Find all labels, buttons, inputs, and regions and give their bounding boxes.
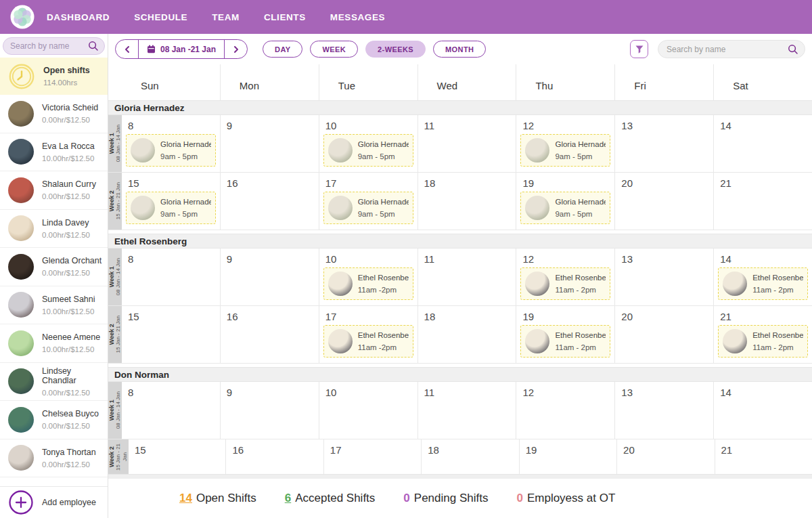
shift-time: 11am - 2pm — [555, 343, 606, 351]
next-period-button[interactable] — [225, 40, 247, 58]
nav-item-messages[interactable]: MESSAGES — [330, 12, 385, 22]
shift-card[interactable]: Ethel Rosenberg11am -2pm — [323, 325, 413, 358]
employee-texts: Victoria Scheid0.00hr/$12.50 — [42, 103, 98, 124]
shift-texts: Ethel Rosenberg11am - 2pm — [752, 331, 803, 351]
calendar-day-cell[interactable]: 17Gloria Hernadez9am - 5pm — [319, 173, 418, 230]
sidebar: Open shifts 114.00hrs Victoria Scheid0.0… — [0, 34, 108, 518]
shift-texts: Gloria Hernadez9am - 5pm — [555, 140, 606, 160]
day-header-label: Tue — [338, 80, 355, 91]
shift-card[interactable]: Gloria Hernadez9am - 5pm — [323, 192, 413, 224]
calendar-day-cell[interactable]: 8Gloria Hernadez9am - 5pm — [122, 115, 221, 172]
shift-card[interactable]: Gloria Hernadez9am - 5pm — [520, 192, 610, 224]
employee-item[interactable]: Neenee Amene10.00hr/$12.50 — [0, 324, 108, 363]
calendar-day-cell[interactable]: 10 — [319, 382, 418, 439]
shift-card[interactable]: Gloria Hernadez9am - 5pm — [323, 134, 413, 167]
calendar-day-cell[interactable]: 8 — [122, 249, 221, 305]
calendar-day-cell[interactable]: 14 — [714, 115, 812, 172]
shift-card[interactable]: Ethel Rosenberg11am - 2pm — [718, 267, 808, 300]
calendar-day-cell[interactable]: 19Ethel Rosenberg11am - 2pm — [516, 306, 615, 363]
nav-item-schedule[interactable]: SCHEDULE — [134, 12, 187, 22]
employee-item[interactable]: Linda Davey0.00hr/$12.50 — [0, 210, 108, 249]
employee-item[interactable]: Shalaun Curry0.00hr/$12.50 — [0, 171, 108, 210]
date-range-display[interactable]: 08 Jan -21 Jan — [138, 40, 225, 58]
employee-avatar — [8, 445, 34, 471]
nav-item-clients[interactable]: CLIENTS — [264, 12, 306, 22]
week-label-title: Week 1 — [108, 391, 115, 429]
sidebar-search-input[interactable] — [10, 41, 88, 51]
calendar-day-cell[interactable]: 17 — [324, 439, 422, 474]
view-button-week[interactable]: WEEK — [310, 41, 358, 58]
open-shifts-item[interactable]: Open shifts 114.00hrs — [0, 58, 108, 95]
shift-card[interactable]: Gloria Hernadez9am - 5pm — [520, 134, 610, 167]
calendar-day-cell[interactable]: 14 — [714, 382, 812, 439]
calendar-day-cell[interactable]: 18 — [418, 173, 517, 230]
week-label: Week 215 Jan - 21 Jan — [108, 316, 122, 353]
employee-item[interactable]: Glenda Orchant0.00hr/$12.50 — [0, 248, 108, 286]
view-button-month[interactable]: MONTH — [433, 41, 486, 58]
calendar-day-cell[interactable]: 20 — [617, 439, 715, 474]
employee-item[interactable]: Victoria Scheid0.00hr/$12.50 — [0, 95, 108, 133]
calendar-day-cell[interactable]: 20 — [615, 173, 714, 230]
calendar-day-cell[interactable]: 13 — [615, 115, 714, 172]
calendar-day-cell[interactable]: 21Ethel Rosenberg11am - 2pm — [714, 306, 812, 363]
view-button-2-weeks[interactable]: 2-WEEKS — [365, 41, 426, 58]
calendar-day-cell[interactable]: 21 — [714, 173, 812, 230]
shift-card[interactable]: Ethel Rosenberg11am - 2pm — [520, 325, 610, 358]
employee-item[interactable]: Eva La Rocca10.00hr/$12.50 — [0, 133, 108, 172]
calendar-day-cell[interactable]: 19Gloria Hernadez9am - 5pm — [516, 173, 615, 230]
shift-employee-name: Ethel Rosenberg — [752, 331, 803, 339]
calendar-day-cell[interactable]: 9 — [221, 115, 319, 172]
day-number: 21 — [715, 439, 812, 456]
add-employee-button[interactable]: Add employee — [0, 486, 108, 518]
shift-card[interactable]: Ethel Rosenberg11am - 2pm — [520, 267, 610, 300]
calendar-day-cell[interactable]: 10Gloria Hernadez9am - 5pm — [319, 115, 418, 172]
calendar-day-cell[interactable]: 12Ethel Rosenberg11am - 2pm — [516, 249, 615, 305]
filter-button[interactable] — [630, 40, 648, 58]
shift-card[interactable]: Gloria Hernadez9am - 5pm — [126, 192, 216, 224]
calendar-day-cell[interactable]: 15 — [122, 306, 221, 363]
shift-card[interactable]: Ethel Rosenberg11am - 2pm — [718, 325, 808, 358]
shift-card[interactable]: Ethel Rosenberg11am -2pm — [323, 267, 413, 300]
week-label-strip: Week 215 Jan - 21 Jan — [108, 173, 122, 230]
employee-item[interactable]: Lindsey Chandlar0.00hr/$12.50 — [0, 363, 108, 402]
view-button-day[interactable]: DAY — [263, 41, 302, 58]
employee-item[interactable]: Tonya Thortan0.00hr/$12.50 — [0, 439, 108, 478]
calendar-day-cell[interactable]: 9 — [221, 382, 319, 439]
app-logo-icon[interactable] — [10, 5, 35, 29]
employee-texts: Lindsey Chandlar0.00hr/$12.50 — [42, 366, 108, 397]
calendar-day-cell[interactable]: 20 — [615, 306, 714, 363]
nav-item-team[interactable]: TEAM — [212, 12, 240, 22]
employee-item[interactable]: Sumeet Sahni10.00hr/$12.50 — [0, 286, 108, 325]
calendar-day-cell[interactable]: 16 — [221, 173, 319, 230]
day-number: 10 — [319, 249, 418, 265]
calendar-day-cell[interactable]: 18 — [422, 439, 519, 474]
calendar-day-cell[interactable]: 9 — [221, 249, 319, 305]
calendar-day-cell[interactable]: 10Ethel Rosenberg11am -2pm — [319, 249, 418, 305]
calendar-day-cell[interactable]: 11 — [418, 115, 517, 172]
calendar-day-cell[interactable]: 16 — [221, 306, 319, 363]
calendar-day-cell[interactable]: 12Gloria Hernadez9am - 5pm — [516, 115, 615, 172]
clock-icon — [8, 63, 35, 90]
calendar-day-cell[interactable]: 8 — [122, 382, 221, 439]
shift-employee-name: Ethel Rosenberg — [358, 274, 409, 282]
employee-item[interactable]: Chelsea Buyco0.00hr/$12.50 — [0, 401, 108, 439]
prev-period-button[interactable] — [116, 40, 138, 58]
calendar-day-cell[interactable]: 19 — [520, 439, 617, 474]
calendar-day-cell[interactable]: 13 — [615, 249, 714, 305]
calendar-day-cell[interactable]: 11 — [418, 249, 517, 305]
calendar-day-cell[interactable]: 21 — [715, 439, 812, 474]
shift-card[interactable]: Gloria Hernadez9am - 5pm — [126, 134, 216, 167]
calendar-day-cell[interactable]: 11 — [418, 382, 517, 439]
shift-texts: Gloria Hernadez9am - 5pm — [555, 198, 606, 218]
toolbar-search-input[interactable] — [667, 45, 788, 54]
calendar-day-cell[interactable]: 15 — [129, 439, 226, 474]
calendar-day-cell[interactable]: 15Gloria Hernadez9am - 5pm — [122, 173, 221, 230]
nav-item-dashboard[interactable]: DASHBOARD — [47, 12, 110, 22]
calendar-day-cell[interactable]: 14Ethel Rosenberg11am - 2pm — [714, 249, 812, 305]
calendar-day-cell[interactable]: 13 — [615, 382, 714, 439]
calendar-day-cell[interactable]: 18 — [418, 306, 517, 363]
calendar-day-cell[interactable]: 12 — [516, 382, 615, 439]
calendar-day-cell[interactable]: 17Ethel Rosenberg11am -2pm — [319, 306, 418, 363]
calendar-day-cell[interactable]: 16 — [226, 439, 323, 474]
employee-hours-rate: 0.00hr/$12.50 — [42, 116, 98, 124]
